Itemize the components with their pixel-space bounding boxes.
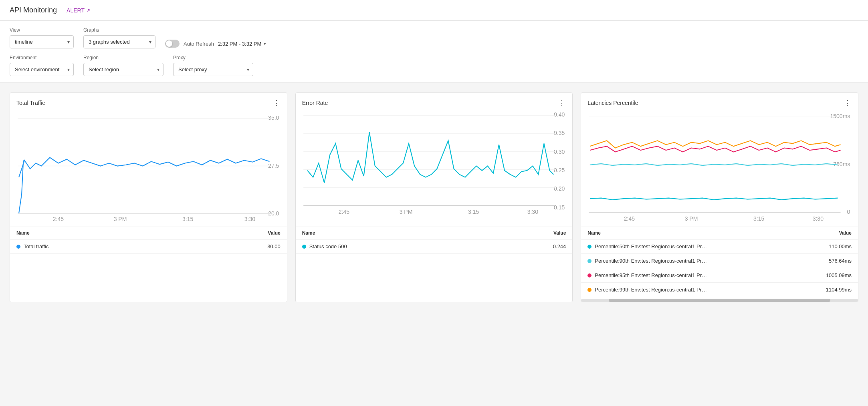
total-traffic-row-value: 30.00 xyxy=(186,239,287,254)
error-rate-chart-area: 0.40 0.35 0.30 0.25 0.20 0.15 2:45 3 PM … xyxy=(296,110,573,223)
auto-refresh-group: Auto Refresh 2:32 PM - 3:32 PM ▾ xyxy=(165,40,266,48)
table-row: Percentile:99th Env:test Region:us-centr… xyxy=(581,283,858,297)
proxy-control-group: Proxy Select proxy ▾ xyxy=(173,55,253,76)
latencies-title: Latencies Percentile xyxy=(587,100,638,106)
svg-text:2:45: 2:45 xyxy=(624,215,635,222)
table-row: Percentile:90th Env:test Region:us-centr… xyxy=(581,254,858,268)
proxy-select[interactable]: Select proxy xyxy=(173,63,253,76)
svg-text:3:30: 3:30 xyxy=(527,209,538,215)
latencies-legend-cell-0: Percentile:50th Env:test Region:us-centr… xyxy=(581,239,795,254)
view-control-group: View timeline ▾ xyxy=(10,27,74,48)
region-select[interactable]: Select region xyxy=(83,63,164,76)
error-rate-menu[interactable]: ⋮ xyxy=(558,99,566,107)
svg-text:0.35: 0.35 xyxy=(554,130,565,136)
svg-text:3 PM: 3 PM xyxy=(114,216,127,222)
region-select-wrapper: Select region ▾ xyxy=(83,63,164,76)
error-rate-legend-cell: Status code 500 xyxy=(296,239,487,254)
total-traffic-card: Total Traffic ⋮ 35.0 27.5 20.0 2:45 3 PM… xyxy=(10,92,287,302)
svg-text:3:15: 3:15 xyxy=(468,209,479,215)
auto-refresh-toggle[interactable] xyxy=(165,40,180,48)
svg-text:3:30: 3:30 xyxy=(813,215,824,222)
error-rate-row-value: 0.244 xyxy=(487,239,573,254)
latencies-chart-area: 1500ms 750ms 0 2:45 3 PM 3:15 3:30 xyxy=(581,110,858,223)
total-traffic-title: Total Traffic xyxy=(16,100,45,106)
latencies-row-value-0: 110.00ms xyxy=(795,239,858,254)
latencies-row-name-3: Percentile:99th Env:test Region:us-centr… xyxy=(595,287,707,293)
total-traffic-chart-area: 35.0 27.5 20.0 2:45 3 PM 3:15 3:30 xyxy=(10,110,287,223)
svg-text:0.30: 0.30 xyxy=(554,149,565,155)
region-label: Region xyxy=(83,55,164,60)
latencies-row-name-1: Percentile:90th Env:test Region:us-centr… xyxy=(595,258,707,264)
latencies-legend-cell-2: Percentile:95th Env:test Region:us-centr… xyxy=(581,268,795,283)
proxy-select-wrapper: Select proxy ▾ xyxy=(173,63,253,76)
latencies-table: Name Value Percentile:50th Env:test Regi… xyxy=(581,227,858,297)
svg-text:2:45: 2:45 xyxy=(53,216,64,222)
region-control-group: Region Select region ▾ xyxy=(83,55,164,76)
total-traffic-value-header: Value xyxy=(186,227,287,239)
svg-text:27.5: 27.5 xyxy=(268,163,279,169)
time-range-selector[interactable]: 2:32 PM - 3:32 PM ▾ xyxy=(218,41,266,47)
latencies-svg: 1500ms 750ms 0 2:45 3 PM 3:15 3:30 xyxy=(584,110,855,222)
svg-text:3:15: 3:15 xyxy=(753,215,765,222)
total-traffic-table: Name Value Total traffic 30.00 xyxy=(10,227,287,254)
svg-text:3:15: 3:15 xyxy=(182,216,194,222)
latencies-header: Latencies Percentile ⋮ xyxy=(581,93,858,110)
error-rate-card: Error Rate ⋮ 0.40 0.35 0.30 0.25 0.20 0.… xyxy=(295,92,573,302)
total-traffic-dot xyxy=(16,245,20,249)
view-select-wrapper: timeline ▾ xyxy=(10,35,74,48)
latencies-value-header: Value xyxy=(795,227,858,239)
total-traffic-header: Total Traffic ⋮ xyxy=(10,93,287,110)
toggle-knob xyxy=(166,40,172,47)
environment-control-group: Environment Select environment ▾ xyxy=(10,55,74,76)
latencies-dot-0 xyxy=(587,245,591,249)
svg-text:0.25: 0.25 xyxy=(554,167,565,173)
latencies-menu[interactable]: ⋮ xyxy=(844,99,852,107)
latencies-row-value-3: 1104.99ms xyxy=(795,283,858,297)
svg-text:2:45: 2:45 xyxy=(338,209,349,215)
error-rate-title: Error Rate xyxy=(302,100,328,106)
main-content: Total Traffic ⋮ 35.0 27.5 20.0 2:45 3 PM… xyxy=(0,83,868,312)
latencies-dot-3 xyxy=(587,288,591,292)
error-rate-dot xyxy=(302,245,306,249)
svg-text:0.20: 0.20 xyxy=(554,185,565,192)
latencies-row-name-0: Percentile:50th Env:test Region:us-centr… xyxy=(595,243,707,249)
view-select[interactable]: timeline xyxy=(10,35,74,48)
latencies-legend-cell-1: Percentile:90th Env:test Region:us-centr… xyxy=(581,254,795,268)
controls-bar: View timeline ▾ Graphs 3 graphs selected… xyxy=(0,21,868,83)
environment-label: Environment xyxy=(10,55,74,60)
svg-text:3 PM: 3 PM xyxy=(399,209,412,215)
table-row: Total traffic 30.00 xyxy=(10,239,287,254)
environment-select-wrapper: Select environment ▾ xyxy=(10,63,74,76)
time-range-text: 2:32 PM - 3:32 PM xyxy=(218,41,261,47)
total-traffic-row-name: Total traffic xyxy=(24,243,49,249)
svg-text:35.0: 35.0 xyxy=(268,115,279,121)
auto-refresh-label: Auto Refresh xyxy=(184,41,214,47)
latencies-row-value-1: 576.64ms xyxy=(795,254,858,268)
table-row: Percentile:50th Env:test Region:us-centr… xyxy=(581,239,858,254)
svg-text:3 PM: 3 PM xyxy=(685,215,698,222)
latencies-scrollbar[interactable] xyxy=(581,299,858,302)
alert-link[interactable]: ALERT xyxy=(67,7,90,14)
controls-row-1: View timeline ▾ Graphs 3 graphs selected… xyxy=(10,27,858,48)
total-traffic-legend-cell: Total traffic xyxy=(10,239,186,254)
graphs-control-group: Graphs 3 graphs selected ▾ xyxy=(83,27,155,48)
graphs-label: Graphs xyxy=(83,27,155,33)
app-title: API Monitoring xyxy=(10,6,57,14)
svg-text:750ms: 750ms xyxy=(834,161,850,167)
view-label: View xyxy=(10,27,74,33)
table-row: Percentile:95th Env:test Region:us-centr… xyxy=(581,268,858,283)
proxy-label: Proxy xyxy=(173,55,253,60)
total-traffic-name-header: Name xyxy=(10,227,186,239)
error-rate-header: Error Rate ⋮ xyxy=(296,93,573,110)
error-rate-value-header: Value xyxy=(487,227,573,239)
graphs-select[interactable]: 3 graphs selected xyxy=(83,35,155,48)
total-traffic-svg: 35.0 27.5 20.0 2:45 3 PM 3:15 3:30 xyxy=(13,110,284,222)
error-rate-name-header: Name xyxy=(296,227,487,239)
top-bar: API Monitoring ALERT xyxy=(0,0,868,21)
environment-select[interactable]: Select environment xyxy=(10,63,74,76)
latencies-name-header: Name xyxy=(581,227,795,239)
latencies-dot-1 xyxy=(587,259,591,263)
latencies-row-value-2: 1005.09ms xyxy=(795,268,858,283)
error-rate-svg: 0.40 0.35 0.30 0.25 0.20 0.15 2:45 3 PM … xyxy=(299,110,569,222)
total-traffic-menu[interactable]: ⋮ xyxy=(273,99,281,107)
